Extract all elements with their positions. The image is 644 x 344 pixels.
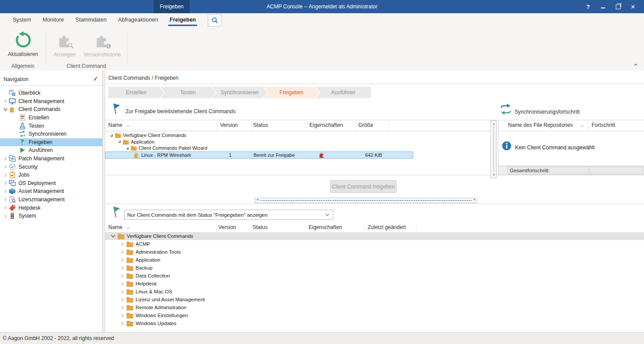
menu-item-monitore[interactable]: Monitore [37, 13, 70, 27]
column-divider[interactable] [364, 225, 364, 231]
menu-item-system[interactable]: System [7, 13, 37, 27]
column-divider[interactable] [355, 122, 356, 129]
chevron-right-icon[interactable] [492, 122, 496, 126]
versionshistorie-button[interactable]: Versionshistorie [81, 33, 123, 58]
column-header-eigenschaften[interactable]: Eigenschaften [309, 224, 342, 230]
chevron-right-icon[interactable] [119, 249, 125, 255]
close-button[interactable]: ✕ [626, 0, 640, 13]
column-header-version[interactable]: Version [220, 122, 238, 128]
sidebar-item-os-deployment[interactable]: OS Deployment [0, 179, 102, 188]
column-header-fortschritt[interactable]: Fortschritt [592, 122, 615, 128]
sidebar-item-lizenzmanagement[interactable]: Lizenzmanagement [0, 196, 102, 204]
column-divider[interactable] [388, 122, 389, 129]
tree-row-linux-mac-os[interactable]: Linux & Mac OS [105, 288, 644, 296]
chevron-right-icon[interactable] [119, 305, 125, 311]
chevron-right-icon[interactable] [119, 281, 125, 287]
column-header-zuletzt-geaendert[interactable]: Zuletzt geändert [368, 224, 406, 230]
tree-row-administration-tools[interactable]: Administration Tools [105, 248, 644, 256]
collapse-up-icon[interactable]: ^ [473, 199, 475, 202]
chevron-right-icon[interactable] [3, 164, 8, 170]
tree-row-application[interactable]: Application [105, 139, 397, 145]
wizard-step-synchronisieren[interactable]: Synchronisieren [212, 87, 268, 98]
chevron-right-icon[interactable] [3, 197, 8, 203]
wizard-step-erstellen[interactable]: Erstellen [108, 87, 164, 98]
chevron-right-icon[interactable] [3, 213, 8, 219]
sidebar-item-system[interactable]: System [0, 212, 102, 220]
column-header-name[interactable]: Name [108, 224, 122, 230]
ribbon-collapse-button[interactable] [633, 62, 639, 68]
aktualisieren-button[interactable]: Aktualisieren [4, 31, 42, 57]
minimize-button[interactable] [596, 0, 611, 13]
menu-item-freigeben-active[interactable]: Freigeben [164, 13, 202, 27]
sidebar-item-security[interactable]: Security [0, 163, 102, 171]
wizard-step-ausfuehren[interactable]: Ausführen [315, 87, 371, 98]
menu-item-stammdaten[interactable]: Stammdaten [70, 13, 112, 27]
wizard-step-freigeben-active[interactable]: Freigeben [264, 87, 320, 98]
chevron-right-icon[interactable] [119, 297, 125, 303]
tree-row-windows-updates[interactable]: Windows Updates [105, 319, 644, 327]
sidebar-item-ueberblick[interactable]: Überblick [0, 89, 102, 97]
chevron-right-icon[interactable] [3, 172, 8, 178]
wizard-step-testen[interactable]: Testen [160, 87, 216, 98]
chevron-right-icon[interactable] [119, 273, 125, 279]
column-divider[interactable] [217, 122, 217, 129]
sidebar-item-client-commands[interactable]: Client Commands [0, 105, 102, 114]
titlebar-tab-freigeben[interactable]: Freigeben [154, 0, 190, 13]
column-header-eigenschaften[interactable]: Eigenschaften [309, 122, 343, 128]
sidebar-item-ausfuehren[interactable]: Ausführen [0, 146, 102, 155]
tree-row-verfuegbare-client-commands[interactable]: Verfügbare Client Commands [105, 132, 389, 139]
column-divider[interactable] [251, 225, 252, 231]
sidebar-item-asset-management[interactable]: Asset Management [0, 187, 102, 196]
help-button[interactable]: ? [581, 0, 596, 13]
column-divider[interactable] [416, 225, 416, 231]
column-divider[interactable] [588, 122, 588, 129]
sidebar-item-synchronisieren[interactable]: Synchronisieren [0, 130, 102, 138]
tree-row-backup[interactable]: Backup [105, 264, 644, 272]
chevron-right-icon[interactable] [3, 205, 8, 211]
tree-row-remote-administration[interactable]: Remote Administration [105, 303, 644, 311]
ribbon-search-button[interactable] [208, 15, 221, 26]
sidebar-item-client-management[interactable]: Client Management [0, 97, 102, 106]
status-filter-dropdown[interactable]: Nur Client Commands mit dem Status "Frei… [124, 210, 333, 220]
column-divider[interactable] [307, 122, 307, 129]
sidebar-item-testen[interactable]: Testen [0, 122, 102, 130]
chevron-right-icon[interactable] [119, 289, 125, 295]
chevron-down-icon[interactable] [110, 233, 116, 239]
chevron-right-icon[interactable] [119, 265, 125, 271]
chevron-down-icon[interactable] [3, 107, 8, 112]
anzeigen-button[interactable]: Anzeigen [49, 33, 80, 58]
chevron-right-icon[interactable] [119, 313, 125, 318]
chevron-right-icon[interactable] [3, 189, 8, 194]
client-command-freigeben-button[interactable]: Client Command freigeben [330, 180, 397, 193]
collapse-up-icon[interactable]: ^ [257, 199, 259, 202]
tree-row-verfuegbare-client-commands[interactable]: Verfügbare Client Commands [105, 232, 644, 240]
chevron-right-icon[interactable] [3, 156, 8, 162]
chevron-right-icon[interactable] [119, 241, 125, 247]
chevron-right-icon[interactable] [119, 321, 125, 326]
sidebar-item-freigeben-selected[interactable]: Freigeben [0, 138, 102, 147]
chevron-right-icon[interactable] [3, 98, 8, 104]
column-header-name[interactable]: Name [108, 122, 122, 128]
expanded-node-icon[interactable] [109, 133, 114, 138]
tree-row-linux-rpm-wireshark-selected[interactable]: Linux - RPM Wireshark 1 Bereit zur Freig… [105, 152, 413, 159]
column-header-status[interactable]: Status [253, 122, 268, 128]
restore-button[interactable] [611, 0, 626, 13]
tree-row-acmp[interactable]: ACMP [105, 240, 644, 248]
panel-splitter[interactable] [490, 120, 497, 178]
pin-icon[interactable] [92, 76, 99, 82]
tree-row-application[interactable]: Application [105, 256, 644, 264]
tree-row-lizenz-und-asset-management[interactable]: Lizenz und Asset Management [105, 296, 644, 303]
expanded-node-icon[interactable] [117, 139, 122, 144]
tree-row-paket-wizard[interactable]: Client Commands Paket Wizard [105, 145, 405, 152]
column-divider[interactable] [251, 122, 252, 129]
column-header-repository[interactable]: Name des File Repositories [508, 122, 573, 128]
chevron-right-icon[interactable] [3, 180, 8, 186]
column-header-version[interactable]: Version [218, 224, 236, 230]
sidebar-item-erstellen[interactable]: Erstellen [0, 114, 102, 122]
sidebar-item-helpdesk[interactable]: Helpdesk [0, 203, 102, 212]
sidebar-item-patch-management[interactable]: Patch Management [0, 155, 102, 163]
column-header-status[interactable]: Status [253, 224, 268, 230]
tree-row-helpdesk[interactable]: Helpdesk [105, 280, 644, 288]
chevron-right-icon[interactable] [119, 257, 125, 263]
horizontal-splitter[interactable]: ^ ^ [255, 198, 477, 203]
